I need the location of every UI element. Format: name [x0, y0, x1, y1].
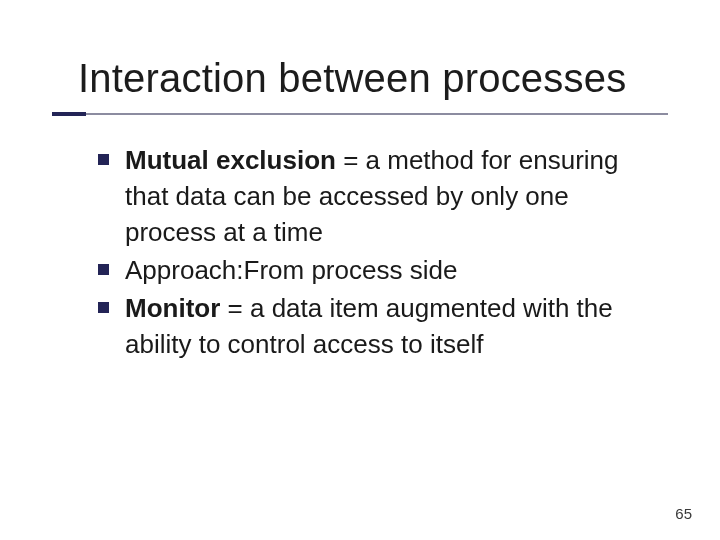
square-bullet-icon: [98, 302, 109, 313]
square-bullet-icon: [98, 264, 109, 275]
slide-title: Interaction between processes: [78, 56, 626, 101]
term-bold: Monitor: [125, 293, 220, 323]
term-bold: Mutual exclusion: [125, 145, 336, 175]
slide-body: Mutual exclusion = a method for ensuring…: [98, 142, 658, 364]
title-rule: [52, 112, 668, 116]
square-bullet-icon: [98, 154, 109, 165]
list-item: Mutual exclusion = a method for ensuring…: [98, 142, 658, 250]
list-item: Approach:From process side: [98, 252, 658, 288]
rule-line: [52, 113, 668, 115]
bullet-text: Monitor = a data item augmented with the…: [125, 290, 658, 362]
rule-accent: [52, 112, 86, 116]
term-rest: Approach:From process side: [125, 255, 457, 285]
bullet-text: Approach:From process side: [125, 252, 457, 288]
page-number: 65: [675, 505, 692, 522]
slide: Interaction between processes Mutual exc…: [0, 0, 720, 540]
bullet-text: Mutual exclusion = a method for ensuring…: [125, 142, 658, 250]
list-item: Monitor = a data item augmented with the…: [98, 290, 658, 362]
